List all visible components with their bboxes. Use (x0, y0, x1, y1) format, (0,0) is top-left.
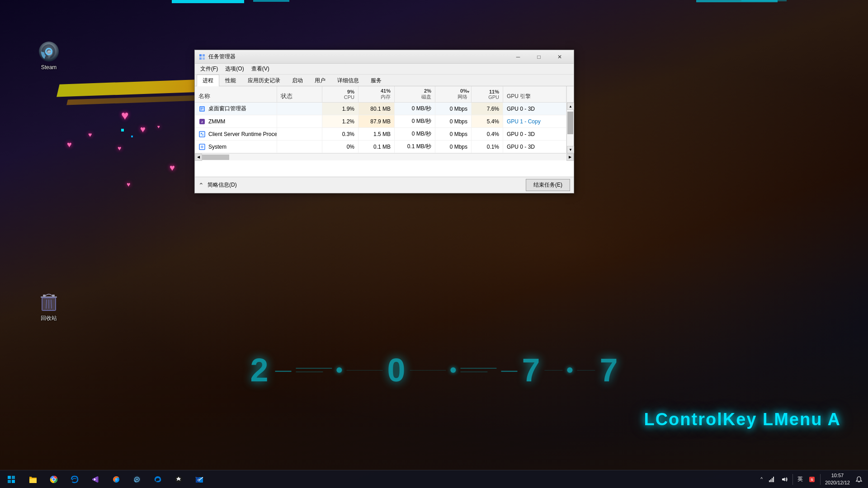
col-name[interactable]: 名称 (195, 86, 277, 102)
table-row[interactable]: Client Server Runtime Process 0.3% 1.5 M… (195, 128, 574, 141)
vertical-scrollbar[interactable]: ▲ ▼ (566, 103, 574, 153)
h-scroll-track[interactable] (202, 154, 566, 160)
taskbar-icon-chrome[interactable] (43, 470, 64, 488)
heart-8: ♥ (157, 124, 160, 129)
proc-disk-1: 0 MB/秒 (395, 103, 435, 115)
tab-services[interactable]: 服务 (365, 75, 387, 86)
col-disk[interactable]: 2% 磁盘 (395, 86, 435, 102)
scroll-down-arrow[interactable]: ▼ (567, 146, 574, 153)
tray-expand-button[interactable]: ^ (759, 470, 764, 488)
scroll-up-arrow[interactable]: ▲ (567, 103, 574, 110)
heart-7: ♥ (127, 181, 130, 188)
desktop-icon-recycle[interactable]: 回收站 (31, 291, 67, 322)
proc-icon-3 (198, 131, 206, 138)
taskbar-icon-steam[interactable] (127, 470, 147, 488)
tray-divider-2 (820, 474, 821, 485)
window-controls: ─ □ ✕ (508, 50, 570, 64)
table-row[interactable]: System 0% 0.1 MB 0.1 MB/秒 0 Mbps 0.1% GP… (195, 141, 574, 153)
proc-icon-2: Z (198, 118, 206, 125)
close-button[interactable]: ✕ (549, 50, 570, 64)
col-status[interactable]: 状态 (277, 86, 322, 102)
tab-startup[interactable]: 启动 (286, 75, 309, 86)
col-gpu-engine[interactable]: GPU 引擎 (503, 86, 566, 102)
proc-gpu-2: 5.4% (472, 115, 503, 127)
heart-6: ♥ (170, 163, 175, 173)
scroll-thumb[interactable] (567, 112, 573, 134)
process-name-2: Z ZMMM (195, 115, 277, 127)
proc-status-3 (277, 128, 322, 140)
start-button[interactable] (0, 470, 23, 488)
network-dropdown-arrow[interactable]: ▼ (467, 90, 470, 94)
proc-net-2: 0 Mbps (435, 115, 472, 127)
process-name-4: System (195, 141, 277, 153)
ime-text: 英 (797, 475, 803, 483)
gpu-percent: 11% (489, 89, 499, 94)
steam-icon (38, 41, 60, 62)
col-cpu[interactable]: 9% CPU (322, 86, 359, 102)
minimize-button[interactable]: ─ (508, 50, 528, 64)
svg-point-26 (201, 145, 203, 148)
maximize-button[interactable]: □ (528, 50, 549, 64)
col-network[interactable]: 0% 网络 ▼ (435, 86, 472, 102)
svg-rect-2 (43, 295, 46, 296)
svg-rect-28 (12, 476, 15, 479)
svg-rect-29 (8, 480, 11, 483)
taskbar-icon-visual-studio[interactable] (85, 470, 106, 488)
proc-icon-1 (198, 105, 206, 113)
tray-notification-button[interactable] (854, 470, 864, 488)
proc-name-text-1: 桌面窗口管理器 (208, 105, 246, 113)
proc-net-1: 0 Mbps (435, 103, 472, 115)
memory-percent: 41% (381, 88, 391, 94)
taskbar-icon-firefox[interactable] (106, 470, 127, 488)
scroll-left-arrow[interactable]: ◀ (195, 154, 202, 161)
taskbar-icon-unreal[interactable] (168, 470, 189, 488)
desktop-icon-steam[interactable]: Steam (31, 41, 67, 71)
table-row[interactable]: 桌面窗口管理器 1.9% 80.1 MB 0 MB/秒 0 Mbps 7.6% … (195, 103, 574, 115)
scroll-right-arrow[interactable]: ▶ (566, 154, 574, 161)
table-row[interactable]: Z ZMMM 1.2% 87.9 MB 0 MB/秒 0 Mbps 5.4% G… (195, 115, 574, 128)
tab-performance[interactable]: 性能 (219, 75, 242, 86)
task-manager-content: 名称 状态 9% CPU 41% 内存 2% 磁盘 0% 网络 ▼ (195, 86, 574, 177)
taskbar: O ^ 英 (0, 470, 868, 488)
h-scroll-thumb[interactable] (202, 155, 229, 160)
taskbar-icon-edge-legacy[interactable] (64, 470, 85, 488)
proc-mem-4: 0.1 MB (359, 141, 395, 153)
proc-icon-4 (198, 143, 206, 150)
tray-network-icon[interactable] (766, 470, 777, 488)
menu-options[interactable]: 选项(O) (222, 64, 247, 75)
clock-display: 10:57 2020/12/12 (825, 472, 850, 486)
collapse-button[interactable]: ⌃ 简略信息(D) (198, 181, 237, 189)
tray-ime-indicator[interactable]: 英 (796, 470, 805, 488)
tab-processes[interactable]: 进程 (197, 75, 219, 86)
end-task-button[interactable]: 结束任务(E) (526, 179, 570, 191)
teal-accent-top (172, 0, 244, 3)
menu-file[interactable]: 文件(F) (197, 64, 222, 75)
tab-details[interactable]: 详细信息 (331, 75, 365, 86)
proc-net-3: 0 Mbps (435, 128, 472, 140)
tab-app-history[interactable]: 应用历史记录 (242, 75, 286, 86)
taskbar-icon-mail[interactable]: O (189, 470, 210, 488)
pixel-2 (131, 136, 133, 137)
tray-clock[interactable]: 10:57 2020/12/12 (823, 470, 852, 488)
system-tray: ^ 英 S (755, 470, 868, 488)
task-manager-titlebar[interactable]: 任务管理器 ─ □ ✕ (195, 50, 574, 64)
taskbar-icon-edge-new[interactable] (147, 470, 168, 488)
time-display: 10:57 (825, 472, 850, 479)
col-gpu[interactable]: 11% GPU (472, 86, 503, 102)
proc-status-2 (277, 115, 322, 127)
menu-view[interactable]: 查看(V) (248, 64, 273, 75)
process-name-3: Client Server Runtime Process (195, 128, 277, 140)
collapse-label[interactable]: 简略信息(D) (208, 181, 237, 189)
svg-rect-11 (203, 54, 205, 56)
tray-antivirus-icon[interactable]: S (807, 470, 817, 488)
column-headers: 名称 状态 9% CPU 41% 内存 2% 磁盘 0% 网络 ▼ (195, 86, 574, 103)
tray-volume-icon[interactable] (779, 470, 790, 488)
scroll-track[interactable] (567, 110, 574, 146)
taskbar-icon-file-explorer[interactable] (23, 470, 43, 488)
svg-rect-32 (29, 479, 37, 483)
horizontal-scrollbar[interactable]: ◀ ▶ (195, 153, 574, 160)
col-memory[interactable]: 41% 内存 (359, 86, 395, 102)
tab-users[interactable]: 用户 (309, 75, 331, 86)
svg-line-9 (51, 300, 52, 309)
expand-icon: ^ (760, 477, 763, 482)
